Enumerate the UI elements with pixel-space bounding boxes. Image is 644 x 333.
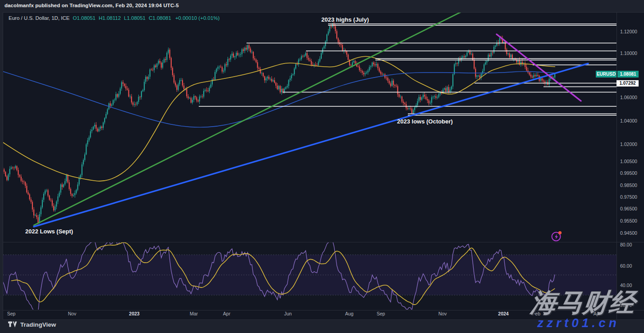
ohlc-item: H1.08112: [99, 15, 121, 21]
watermark-url: zzrt01.cn: [537, 316, 620, 330]
symbol-title: Euro / U.S. Dollar, 1D, ICE: [9, 15, 70, 21]
ohlc-item: L1.08051: [124, 15, 146, 21]
ohlc-item: C1.08081: [149, 15, 171, 21]
refresh-lightning-icon[interactable]: [551, 230, 563, 242]
time-scale[interactable]: [3, 310, 616, 319]
tradingview-logo-text: TradingView: [20, 321, 56, 328]
published-byline: dacolmanfx published on TradingView.com,…: [5, 3, 179, 8]
tradingview-logo[interactable]: TradingView: [8, 321, 56, 328]
price-scale[interactable]: [617, 13, 644, 310]
ohlc-values: O1.08051H1.08112L1.08051C1.08081: [70, 15, 171, 21]
symbol-legend: Euro / U.S. Dollar, 1D, ICEO1.08051H1.08…: [9, 15, 219, 21]
watermark-chinese: 海马财经: [529, 286, 637, 320]
ohlc-item: O1.08051: [73, 15, 96, 21]
main-chart-pane[interactable]: [3, 13, 616, 242]
rsi-indicator-pane[interactable]: [3, 242, 616, 310]
tradingview-published-chart: dacolmanfx published on TradingView.com,…: [0, 0, 644, 333]
tradingview-logo-icon: [8, 321, 17, 328]
change-value: +0.00010 (+0.01%): [175, 15, 219, 21]
